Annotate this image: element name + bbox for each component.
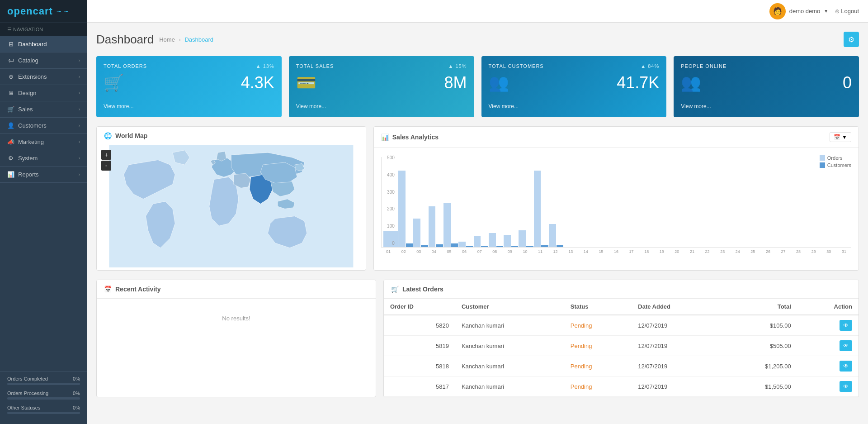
order-total: $505.00 [721,336,797,356]
stat-link[interactable]: View more... [104,103,133,110]
nav-header: ☰ NAVIGATION [0,23,87,36]
nav-label: Dashboard [18,41,47,48]
sidebar-item-marketing[interactable]: 📣 Marketing › [0,134,87,150]
logo: opencart ~ ~ [0,0,87,23]
sidebar-item-customers[interactable]: 👤 Customers › [0,118,87,134]
action-cell: 👁 [797,336,859,356]
sidebar-item-dashboard[interactable]: ⊞ Dashboard [0,36,87,52]
customer-name: Kanchan kumari [455,336,564,356]
recent-activity-panel: 📅 Recent Activity No results! [96,280,376,397]
table-header: Action [797,299,859,315]
nav-icon: 🛒 [7,106,14,113]
stat-value: 4.3K [241,73,274,92]
view-order-button[interactable]: 👁 [840,361,852,372]
sidebar-item-catalog[interactable]: 🏷 Catalog › [0,52,87,69]
x-axis-label: 14 [579,249,594,254]
nav-icon: ⊞ [7,41,14,48]
avatar: 🧑 [769,3,786,19]
sidebar: opencart ~ ~ ☰ NAVIGATION ⊞ Dashboard 🏷 … [0,0,87,424]
table-header: Order ID [384,299,455,315]
x-axis-label: 06 [457,249,472,254]
stat-card-people-online: PEOPLE ONLINE 👥 0 View more... [674,56,859,117]
stat-badge: ▲ 84% [641,63,659,69]
y-axis-label: 200 [381,206,395,211]
view-order-button[interactable]: 👁 [840,320,852,331]
view-order-button[interactable]: 👁 [840,340,852,351]
recent-activity-body: No results! [97,299,376,338]
order-status: Pending [564,336,632,356]
latest-orders-title: Latest Orders [402,286,443,293]
x-axis-label: 20 [670,249,684,254]
sales-analytics-panel: 📊 Sales Analytics 📅 ▼ OrdersCustomers 50… [373,126,859,271]
user-name: demo demo [789,8,821,14]
x-axis-label: 12 [548,249,563,254]
y-axis-label: 400 [381,172,395,177]
mid-row: 🌐 World Map + - [96,126,859,271]
zoom-out-button[interactable]: - [101,161,111,171]
progress-item: Other Statuses 0% [7,405,80,414]
nav-items: ⊞ Dashboard 🏷 Catalog › ⊕ Extensions › 🖥… [0,36,87,183]
order-total: $1,205.00 [721,356,797,376]
bar-customers [421,245,428,247]
progress-value: 0% [73,391,80,396]
y-axis-label: 300 [381,190,395,195]
chevron-right-icon: › [79,139,80,144]
customer-name: Kanchan kumari [455,315,564,336]
y-axis-label: 500 [381,155,395,160]
sidebar-item-system[interactable]: ⚙ System › [0,150,87,167]
stat-label: TOTAL SALES [296,63,334,69]
x-axis-label: 01 [381,249,396,254]
progress-bar [7,412,80,414]
progress-label-text: Other Statuses [7,405,40,410]
nav-label: Design [18,90,36,96]
nav-icon: ⊕ [7,73,14,80]
table-row: 5819 Kanchan kumari Pending 12/07/2019 $… [384,336,859,356]
stat-icon: 👥 [489,73,509,92]
logout-button[interactable]: ⎋ Logout [835,8,859,14]
x-axis-label: 23 [715,249,730,254]
x-axis-label: 26 [761,249,776,254]
x-axis-label: 13 [563,249,578,254]
date-added: 12/07/2019 [632,356,721,376]
date-added: 12/07/2019 [632,336,721,356]
zoom-in-button[interactable]: + [101,150,111,160]
world-map-header: 🌐 World Map [97,127,366,145]
bar-orders [504,235,511,247]
sidebar-item-sales[interactable]: 🛒 Sales › [0,101,87,118]
stat-link[interactable]: View more... [296,103,326,110]
recent-activity-title: Recent Activity [115,286,161,293]
nav-icon: 📣 [7,138,14,145]
settings-button[interactable]: ⚙ [844,32,859,47]
nav-icon: 📊 [7,171,14,178]
customer-name: Kanchan kumari [455,376,564,397]
bar-orders [443,203,451,247]
x-axis-label: 08 [487,249,502,254]
sidebar-item-extensions[interactable]: ⊕ Extensions › [0,69,87,85]
x-axis-label: 31 [837,249,852,254]
stat-card-total-sales: TOTAL SALES ▲ 15% 💳 8M View more... [289,56,474,117]
calendar-icon: 📅 [104,286,112,293]
stat-icon: 👥 [681,73,701,92]
bar-customers [436,244,443,247]
map-controls: + - [101,150,111,171]
x-axis-label: 04 [427,249,442,254]
view-order-button[interactable]: 👁 [840,381,852,392]
legend-item: Orders [820,155,851,161]
sidebar-item-design[interactable]: 🖥 Design › [0,85,87,101]
x-axis-label: 09 [503,249,518,254]
breadcrumb-current: Dashboard [184,36,213,43]
bar-orders [474,236,481,247]
breadcrumb-home[interactable]: Home [159,36,175,43]
stat-link[interactable]: View more... [489,103,519,110]
date-filter-button[interactable]: 📅 ▼ [830,132,851,142]
x-axis-label: 07 [472,249,487,254]
bar-orders [534,171,541,247]
topbar-user[interactable]: 🧑 demo demo ▼ [769,3,829,19]
x-axis-label: 11 [533,249,548,254]
nav-label: Sales [18,106,33,113]
stat-value: 0 [843,73,852,92]
stat-link[interactable]: View more... [681,103,711,110]
sidebar-item-reports[interactable]: 📊 Reports › [0,167,87,183]
nav-label: Customers [18,122,47,129]
nav-icon: 🏷 [7,57,14,64]
